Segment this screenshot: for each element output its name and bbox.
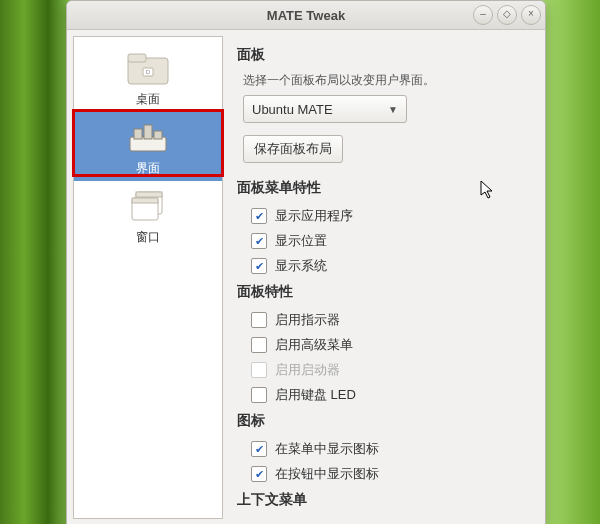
windows-icon <box>126 189 170 225</box>
check-enable-indicators[interactable]: 启用指示器 <box>251 309 531 331</box>
maximize-button[interactable]: ◇ <box>497 5 517 25</box>
checkbox-label: 在按钮中显示图标 <box>275 465 379 483</box>
section-panel-menu-heading: 面板菜单特性 <box>237 179 531 197</box>
close-button[interactable]: × <box>521 5 541 25</box>
sidebar-item-interface[interactable]: 界面 <box>74 112 222 181</box>
checkbox-label: 在菜单中显示图标 <box>275 440 379 458</box>
checkbox-label: 启用指示器 <box>275 311 340 329</box>
section-panel-features-heading: 面板特性 <box>237 283 531 301</box>
sidebar-item-label: 界面 <box>136 160 160 177</box>
svg-rect-5 <box>134 129 142 139</box>
chevron-down-icon: ▼ <box>388 104 398 115</box>
check-show-places[interactable]: 显示位置 <box>251 230 531 252</box>
svg-rect-1 <box>128 54 146 62</box>
panel-description: 选择一个面板布局以改变用户界面。 <box>243 72 531 89</box>
checkbox-icon <box>251 362 267 378</box>
checkbox-label: 启用启动器 <box>275 361 340 379</box>
svg-rect-7 <box>154 131 162 139</box>
check-enable-keyboard-led[interactable]: 启用键盘 LED <box>251 384 531 406</box>
svg-rect-9 <box>136 192 162 197</box>
minimize-button[interactable]: – <box>473 5 493 25</box>
checkbox-icon <box>251 466 267 482</box>
checkbox-label: 显示应用程序 <box>275 207 353 225</box>
checkbox-label: 启用高级菜单 <box>275 336 353 354</box>
folder-icon: D <box>126 51 170 87</box>
checkbox-icon <box>251 233 267 249</box>
checkbox-icon <box>251 312 267 328</box>
window-controls: – ◇ × <box>473 5 541 25</box>
save-panel-layout-button[interactable]: 保存面板布局 <box>243 135 343 163</box>
section-context-menu-heading: 上下文菜单 <box>237 491 531 509</box>
checkbox-label: 启用键盘 LED <box>275 386 356 404</box>
checkbox-icon <box>251 387 267 403</box>
check-show-system[interactable]: 显示系统 <box>251 255 531 277</box>
main-panel: 面板 选择一个面板布局以改变用户界面。 Ubuntu MATE ▼ 保存面板布局… <box>223 30 545 524</box>
sidebar: D 桌面 界面 <box>73 36 223 519</box>
dropdown-value: Ubuntu MATE <box>252 102 333 117</box>
sidebar-item-desktop[interactable]: D 桌面 <box>74 43 222 112</box>
section-icons-heading: 图标 <box>237 412 531 430</box>
panel-layout-dropdown[interactable]: Ubuntu MATE ▼ <box>243 95 407 123</box>
checkbox-label: 显示位置 <box>275 232 327 250</box>
window-content: D 桌面 界面 <box>67 30 545 524</box>
check-enable-launcher: 启用启动器 <box>251 359 531 381</box>
check-show-applications[interactable]: 显示应用程序 <box>251 205 531 227</box>
section-panel-heading: 面板 <box>237 46 531 64</box>
mate-tweak-window: MATE Tweak – ◇ × D <box>66 0 546 524</box>
interface-icon <box>126 120 170 156</box>
titlebar: MATE Tweak – ◇ × <box>67 1 545 30</box>
checkbox-label: 显示系统 <box>275 257 327 275</box>
check-show-icons-menus[interactable]: 在菜单中显示图标 <box>251 438 531 460</box>
svg-text:D: D <box>146 69 151 75</box>
checkbox-icon <box>251 337 267 353</box>
svg-rect-6 <box>144 125 152 139</box>
check-enable-advanced-menu[interactable]: 启用高级菜单 <box>251 334 531 356</box>
svg-rect-11 <box>132 198 158 203</box>
check-show-icons-buttons[interactable]: 在按钮中显示图标 <box>251 463 531 485</box>
checkbox-icon <box>251 208 267 224</box>
sidebar-item-windows[interactable]: 窗口 <box>74 181 222 250</box>
checkbox-icon <box>251 258 267 274</box>
checkbox-icon <box>251 441 267 457</box>
desktop-background: MATE Tweak – ◇ × D <box>0 0 600 524</box>
sidebar-item-label: 桌面 <box>136 91 160 108</box>
sidebar-item-label: 窗口 <box>136 229 160 246</box>
